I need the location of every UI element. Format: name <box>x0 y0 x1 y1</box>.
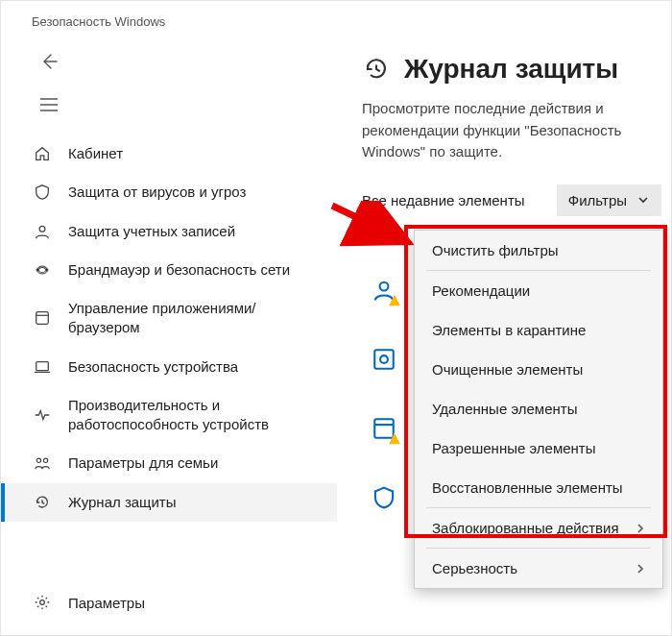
dropdown-blocked-actions[interactable]: Заблокированные действия <box>415 508 662 548</box>
dropdown-item-label: Элементы в карантине <box>432 322 586 338</box>
svg-point-8 <box>380 281 389 290</box>
dropdown-item-label: Разрешенные элементы <box>432 440 596 456</box>
filter-all-label: Все недавние элементы <box>362 192 525 208</box>
dropdown-clear-filters[interactable]: Очистить фильтры <box>415 231 662 270</box>
filter-row: Все недавние элементы Фильтры <box>362 184 661 216</box>
sidebar-item-label: Параметры <box>68 595 145 611</box>
sidebar-item-label: Защита учетных записей <box>68 222 235 241</box>
sidebar-item-virus[interactable]: Защита от вирусов и угроз <box>1 173 337 211</box>
svg-point-0 <box>39 226 45 232</box>
sidebar-item-family[interactable]: Параметры для семьи <box>1 444 337 482</box>
sidebar-item-label: Кабинет <box>68 144 123 163</box>
chevron-down-icon <box>636 193 650 207</box>
page-subtitle: Просмотрите последние действия и рекомен… <box>362 98 660 163</box>
shield-blue-icon <box>372 485 396 510</box>
gear-icon <box>32 594 53 611</box>
health-icon <box>32 406 53 424</box>
sidebar-item-label: Параметры для семьи <box>68 453 218 473</box>
svg-rect-11 <box>374 419 394 438</box>
sidebar-item-label: Безопасность устройства <box>68 357 238 377</box>
page-title: Журнал защиты <box>404 54 618 85</box>
chevron-right-icon <box>636 523 645 534</box>
back-button[interactable] <box>30 42 68 81</box>
sidebar-item-label: Журнал защиты <box>68 493 177 512</box>
sidebar-item-label: Управление приложениями/браузером <box>68 299 327 338</box>
dropdown-item-label: Рекомендации <box>432 282 530 299</box>
app-window: Безопасность Windows Кабинет <box>0 0 672 636</box>
dropdown-item-label: Серьезность <box>432 560 517 576</box>
svg-point-6 <box>43 459 47 463</box>
sidebar-item-health[interactable]: Производительность и работоспособность у… <box>1 386 337 445</box>
chevron-right-icon <box>636 563 645 575</box>
firewall-icon <box>32 261 53 279</box>
sidebar-item-home[interactable]: Кабинет <box>1 135 337 173</box>
family-icon <box>32 454 53 472</box>
filters-button-label: Фильтры <box>568 192 627 208</box>
svg-rect-4 <box>36 361 49 370</box>
filters-button[interactable]: Фильтры <box>557 184 661 216</box>
dropdown-item-label: Заблокированные действия <box>432 520 619 536</box>
dropdown-allowed[interactable]: Разрешенные элементы <box>415 428 662 468</box>
app-control-warning-icon <box>372 416 396 441</box>
dropdown-severity[interactable]: Серьезность <box>415 549 662 588</box>
account-icon <box>32 223 53 240</box>
account-warning-icon <box>372 278 396 303</box>
history-icon <box>362 55 391 84</box>
sidebar: Кабинет Защита от вирусов и угроз Защита… <box>1 37 337 630</box>
filters-dropdown: Очистить фильтры Рекомендации Элементы в… <box>414 230 663 589</box>
svg-point-7 <box>40 600 45 605</box>
sidebar-item-label: Защита от вирусов и угроз <box>68 183 246 202</box>
sidebar-item-history[interactable]: Журнал защиты <box>1 483 337 522</box>
sidebar-item-device[interactable]: Безопасность устройства <box>1 348 337 386</box>
dropdown-cleaned[interactable]: Очищенные элементы <box>415 350 662 389</box>
dropdown-item-label: Очистить фильтры <box>432 242 559 258</box>
sidebar-item-label: Производительность и работоспособность у… <box>68 396 327 435</box>
history-icon <box>32 494 53 511</box>
home-icon <box>32 145 53 162</box>
sidebar-item-settings[interactable]: Параметры <box>1 582 337 630</box>
svg-rect-9 <box>374 350 394 369</box>
window-title: Безопасность Windows <box>1 1 671 37</box>
dropdown-item-label: Восстановленные элементы <box>432 479 623 496</box>
sidebar-item-label: Брандмауэр и безопасность сети <box>68 260 290 280</box>
menu-button[interactable] <box>30 88 68 121</box>
svg-point-5 <box>36 459 40 463</box>
dropdown-item-label: Очищенные элементы <box>432 361 583 378</box>
sidebar-item-app-control[interactable]: Управление приложениями/браузером <box>1 289 337 348</box>
page-header: Журнал защиты <box>362 54 661 85</box>
dropdown-restored[interactable]: Восстановленные элементы <box>415 468 662 507</box>
dropdown-quarantined[interactable]: Элементы в карантине <box>415 310 662 350</box>
nav-list: Кабинет Защита от вирусов и угроз Защита… <box>1 135 337 522</box>
shield-icon <box>32 183 53 201</box>
app-control-blue-icon <box>372 347 396 372</box>
app-control-icon <box>32 309 53 327</box>
dropdown-item-label: Удаленные элементы <box>432 401 577 417</box>
dropdown-removed[interactable]: Удаленные элементы <box>415 389 662 428</box>
svg-point-10 <box>380 355 388 363</box>
device-icon <box>32 358 53 376</box>
dropdown-recommendations[interactable]: Рекомендации <box>415 271 662 310</box>
sidebar-item-account[interactable]: Защита учетных записей <box>1 212 337 251</box>
svg-rect-3 <box>36 312 49 325</box>
sidebar-item-firewall[interactable]: Брандмауэр и безопасность сети <box>1 251 337 289</box>
